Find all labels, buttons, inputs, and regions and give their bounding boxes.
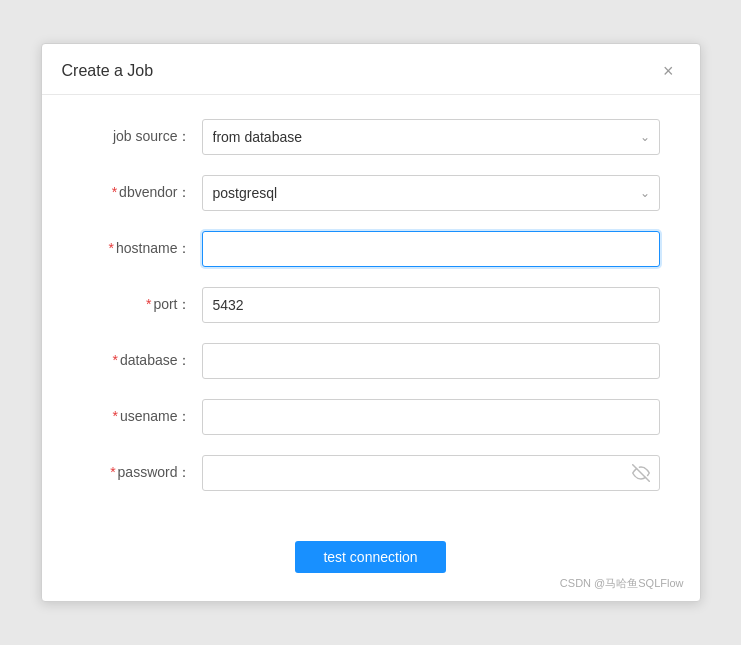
close-button[interactable]: × [657,60,680,82]
password-wrapper [202,455,660,491]
dbvendor-row: *dbvendor： postgresql mysql oracle mssql… [82,175,660,211]
port-required-star: * [146,296,151,312]
create-job-dialog: Create a Job × job source： from database… [41,43,701,602]
hostname-label: *hostname： [82,240,202,258]
dbvendor-label: *dbvendor： [82,184,202,202]
hostname-required-star: * [109,240,114,256]
job-source-select[interactable]: from database from file from api [202,119,660,155]
database-input[interactable] [202,343,660,379]
hostname-row: *hostname： [82,231,660,267]
port-label: *port： [82,296,202,314]
dialog-footer: test connection [42,541,700,601]
hostname-input[interactable] [202,231,660,267]
dialog-header: Create a Job × [42,44,700,95]
password-input[interactable] [202,455,660,491]
username-input[interactable] [202,399,660,435]
password-label: *password： [82,464,202,482]
username-row: *usename： [82,399,660,435]
username-required-star: * [112,408,117,424]
job-source-select-wrapper: from database from file from api ⌄ [202,119,660,155]
username-label: *usename： [82,408,202,426]
database-label: *database： [82,352,202,370]
dialog-body: job source： from database from file from… [42,95,700,541]
database-required-star: * [112,352,117,368]
eye-slash-icon [632,464,650,482]
port-input[interactable] [202,287,660,323]
dbvendor-required-star: * [112,184,117,200]
password-required-star: * [110,464,115,480]
job-source-row: job source： from database from file from… [82,119,660,155]
watermark: CSDN @马哈鱼SQLFlow [560,576,684,591]
password-row: *password： [82,455,660,491]
job-source-label: job source： [82,128,202,146]
dbvendor-select-wrapper: postgresql mysql oracle mssql ⌄ [202,175,660,211]
test-connection-button[interactable]: test connection [295,541,445,573]
port-row: *port： [82,287,660,323]
database-row: *database： [82,343,660,379]
dbvendor-select[interactable]: postgresql mysql oracle mssql [202,175,660,211]
dialog-title: Create a Job [62,62,154,80]
password-toggle-button[interactable] [632,464,650,482]
